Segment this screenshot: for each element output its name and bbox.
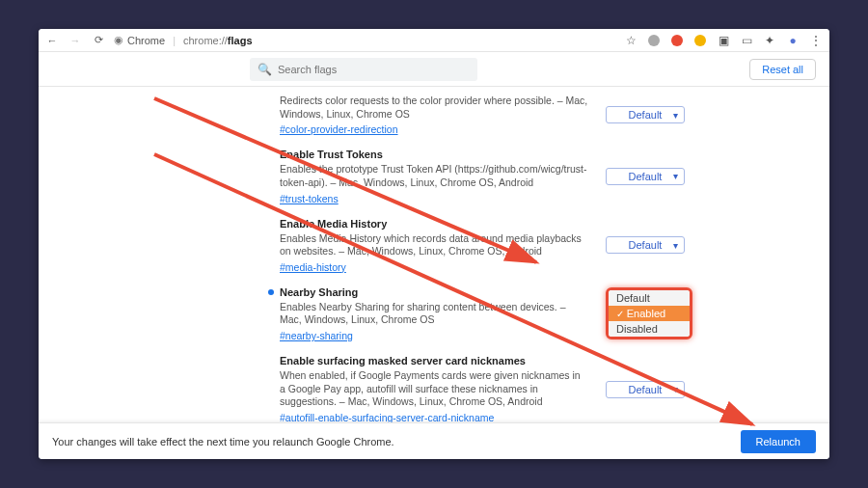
- flag-select[interactable]: Default: [606, 106, 685, 123]
- flag-anchor-link[interactable]: #color-provider-redirection: [280, 123, 398, 135]
- flag-anchor-link[interactable]: #trust-tokens: [280, 193, 339, 204]
- cast-icon[interactable]: ▭: [739, 33, 754, 48]
- address-bar[interactable]: ◉ Chrome | chrome://flags: [114, 34, 253, 46]
- modified-indicator-dot: [268, 289, 274, 295]
- flag-title: Nearby Sharing: [280, 286, 588, 298]
- search-input[interactable]: [278, 64, 470, 75]
- flag-select[interactable]: Default: [606, 381, 685, 398]
- reload-button[interactable]: ⟳: [91, 33, 106, 48]
- search-icon: 🔍: [258, 63, 272, 76]
- forward-button[interactable]: →: [68, 33, 83, 48]
- ext-icon-3[interactable]: [692, 33, 708, 48]
- profile-avatar[interactable]: ●: [785, 33, 800, 48]
- flag-desc: Redirects color requests to the color pr…: [280, 95, 588, 121]
- browser-toolbar: ← → ⟳ ◉ Chrome | chrome://flags ☆ ▣ ▭ ✦ …: [39, 29, 829, 52]
- flag-select[interactable]: Default: [606, 168, 685, 185]
- address-domain: Chrome: [127, 35, 165, 46]
- relaunch-button[interactable]: Relaunch: [741, 430, 816, 453]
- relaunch-message: Your changes will take effect the next t…: [52, 436, 394, 447]
- star-icon[interactable]: ☆: [623, 33, 638, 48]
- flag-desc: Enables the prototype Trust Token API (h…: [280, 163, 588, 189]
- pip-icon[interactable]: ▣: [716, 33, 731, 48]
- ext-icon-1[interactable]: [646, 33, 662, 48]
- flag-desc: Enables Nearby Sharing for sharing conte…: [280, 301, 588, 327]
- flag-title: Enable Media History: [280, 218, 588, 230]
- back-button[interactable]: ←: [44, 33, 60, 48]
- flags-scroll-area: Redirects color requests to the color pr…: [39, 87, 829, 459]
- ext-icon-2[interactable]: [669, 33, 685, 48]
- browser-window: ← → ⟳ ◉ Chrome | chrome://flags ☆ ▣ ▭ ✦ …: [39, 29, 829, 459]
- flag-select[interactable]: Default: [606, 236, 685, 254]
- flag-select-expanded[interactable]: Default Enabled Disabled: [606, 287, 692, 339]
- flag-title: Enable Trust Tokens: [280, 149, 588, 160]
- flag-anchor-link[interactable]: #media-history: [280, 261, 346, 273]
- flag-row: Enable Media History Enables Media Histo…: [39, 210, 829, 279]
- dropdown-option-disabled[interactable]: Disabled: [609, 321, 690, 337]
- flags-header: 🔍 Reset all: [39, 52, 829, 87]
- search-flags-field[interactable]: 🔍: [250, 58, 477, 81]
- dropdown-option-default[interactable]: Default: [609, 290, 690, 306]
- flag-anchor-link[interactable]: #nearby-sharing: [280, 330, 353, 341]
- flag-row: Redirects color requests to the color pr…: [39, 87, 829, 141]
- reset-all-button[interactable]: Reset all: [749, 59, 816, 80]
- flag-desc: Enables Media History which records data…: [280, 232, 588, 258]
- relaunch-bar: Your changes will take effect the next t…: [39, 422, 829, 459]
- flag-row: Enable Trust Tokens Enables the prototyp…: [39, 141, 829, 209]
- flag-title: Enable surfacing masked server card nick…: [280, 355, 588, 366]
- address-url: chrome://flags: [183, 35, 253, 46]
- dropdown-option-enabled[interactable]: Enabled: [609, 306, 690, 321]
- kebab-menu-icon[interactable]: ⋮: [808, 33, 824, 48]
- extensions-icon[interactable]: ✦: [762, 33, 777, 48]
- site-info-icon[interactable]: ◉: [114, 34, 123, 46]
- flag-row-nearby-sharing: Nearby Sharing Enables Nearby Sharing fo…: [39, 279, 829, 347]
- flag-row: Enable surfacing masked server card nick…: [39, 347, 829, 429]
- flag-desc: When enabled, if Google Payments cards w…: [280, 369, 588, 409]
